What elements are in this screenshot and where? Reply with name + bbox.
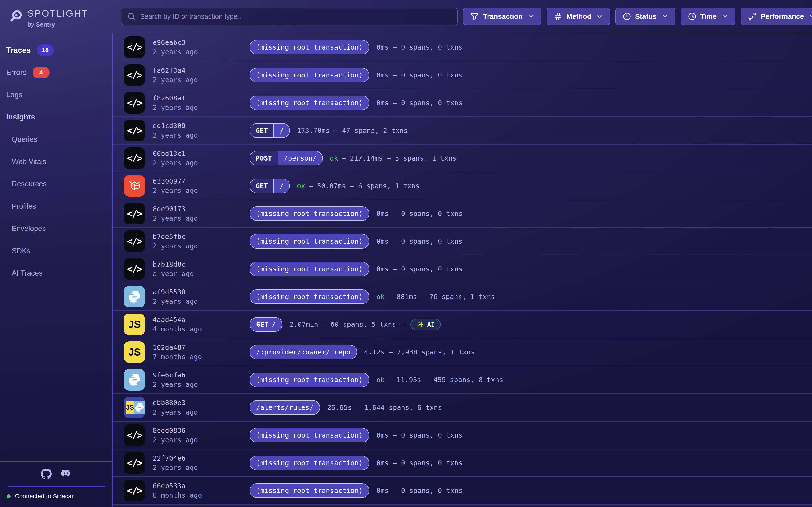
code-icon: </> [123,203,145,224]
sidebar-item-errors[interactable]: Errors 4 [0,61,112,83]
trace-stats: 0ms — 0 spans, 0 txns [376,99,463,107]
search-icon [127,12,136,21]
discord-icon[interactable] [61,469,71,478]
method-path-badge: POST/person/ [250,151,323,165]
route-badge: /alerts/rules/ [250,400,320,415]
trace-age: 2 years ago [153,159,250,167]
funnel-icon [470,12,479,21]
trace-row[interactable]: </>fa62f3a42 years ago(missing root tran… [113,61,812,89]
sidebar: SPOTLIGHT by Sentry Traces 18 Errors 4 L… [0,0,112,507]
time-filter-button[interactable]: Time [681,8,735,25]
method-filter-button[interactable]: Method [547,8,610,25]
trace-age: 7 months ago [153,353,250,361]
laravel-icon [123,175,145,197]
code-icon: </> [123,425,145,446]
route-icon [748,12,757,21]
trace-id: af9d5538 [153,288,250,296]
status-filter-button[interactable]: Status [615,8,675,25]
trace-row[interactable]: 9fe6cfa62 years ago(missing root transac… [113,366,812,393]
trace-stats: 0ms — 0 spans, 0 txns [376,459,463,467]
sidebar-footer: Connected to Sidecar [0,461,112,507]
sparkles-icon: ✨ [417,321,424,328]
missing-root-transaction-badge: (missing root transaction) [250,234,369,248]
trace-row[interactable]: af9d55382 years ago(missing root transac… [113,283,812,310]
trace-age: 2 years ago [153,297,250,305]
trace-row[interactable]: </>b7de5fbc2 years ago(missing root tran… [113,227,812,255]
trace-row[interactable]: </>8de901732 years ago(missing root tran… [113,200,812,227]
alert-circle-icon [622,12,631,21]
search-box [121,8,458,25]
trace-row[interactable]: </>b7b18d8ca year ago(missing root trans… [113,255,812,283]
trace-row[interactable]: </>8cdd08362 years ago(missing root tran… [113,421,812,449]
trace-id: 22f704e6 [153,454,250,462]
topbar: Transaction Method Status Time [112,0,812,33]
transaction-filter-button[interactable]: Transaction [463,8,541,25]
trace-age: 8 months ago [153,491,250,499]
trace-age: 2 years ago [153,381,250,388]
trace-stats: 2.07min — 60 spans, 5 txns —✨AI [290,319,441,330]
search-input[interactable] [140,13,452,20]
trace-row[interactable]: </>66db533a8 months ago(missing root tra… [113,476,812,504]
trace-row[interactable]: </>22f704e62 years ago(missing root tran… [113,449,812,476]
trace-row[interactable]: 633009772 years agoGET/ok— 50.07ms — 6 s… [113,172,812,200]
method-path-badge: GET/ [250,179,290,193]
trace-list: </>e96eabc32 years ago(missing root tran… [112,33,812,507]
trace-age: 2 years ago [153,186,250,194]
trace-age: 2 years ago [153,48,250,56]
sidebar-item-queries[interactable]: Queries [0,128,112,151]
performance-filter-button[interactable]: Performance [741,8,812,25]
sidebar-item-resources[interactable]: Resources [0,173,112,195]
sidebar-item-logs[interactable]: Logs [0,83,112,106]
trace-stats: 0ms — 0 spans, 0 txns [376,431,463,439]
status-ok: ok [376,293,385,301]
hash-icon [554,12,562,21]
trace-row[interactable]: JS4aad454a4 months agoGET/2.07min — 60 s… [113,310,812,338]
trace-id: e96eabc3 [153,39,250,47]
trace-row[interactable]: JSebb880e32 years ago/alerts/rules/26.65… [113,393,812,421]
trace-row[interactable]: </>e96eabc32 years ago(missing root tran… [113,33,812,61]
trace-stats: 0ms — 0 spans, 0 txns [376,487,463,495]
sidebar-item-envelopes[interactable]: Envelopes [0,217,112,240]
trace-age: 2 years ago [153,242,250,250]
traces-count-badge: 18 [37,44,54,56]
trace-id: 66db533a [153,482,250,490]
app-title: SPOTLIGHT [27,8,88,19]
python-icon [123,286,145,307]
trace-row[interactable]: </>f82608a12 years ago(missing root tran… [113,89,812,116]
trace-age: 2 years ago [153,408,250,416]
trace-age: a year ago [153,270,250,278]
route-badge: /:provider/:owner/:repo [250,345,357,359]
method-path-badge: GET/ [250,317,283,332]
js-icon: JS [123,314,145,335]
missing-root-transaction-badge: (missing root transaction) [250,40,369,54]
trace-id: 63300977 [153,177,250,185]
code-icon: </> [123,64,145,86]
trace-row[interactable]: JS102da4877 months ago/:provider/:owner/… [113,338,812,366]
sidebar-item-web-vitals[interactable]: Web Vitals [0,151,112,173]
sidebar-item-insights[interactable]: Insights [0,106,112,128]
trace-id: b7b18d8c [153,260,250,268]
trace-age: 2 years ago [153,214,250,222]
trace-stats: ok— 217.14ms — 3 spans, 1 txns [330,154,457,162]
sidebar-item-ai-traces[interactable]: AI Traces [0,262,112,284]
sidebar-item-sdks[interactable]: SDKs [0,240,112,262]
missing-root-transaction-badge: (missing root transaction) [250,456,369,470]
chevron-down-icon [596,13,603,20]
sidebar-item-profiles[interactable]: Profiles [0,195,112,217]
trace-stats: 0ms — 0 spans, 0 txns [376,71,463,79]
trace-id: 102da487 [153,343,250,351]
trace-stats: 26.65s — 1,644 spans, 6 txns [327,403,442,411]
code-icon: </> [123,36,145,58]
github-icon[interactable] [41,468,52,479]
missing-root-transaction-badge: (missing root transaction) [250,68,369,82]
trace-row[interactable]: </>00bd13c12 years agoPOST/person/ok— 21… [113,144,812,172]
trace-row[interactable]: </>ed1cd3092 years agoGET/173.70ms — 47 … [113,116,812,144]
js-icon: JS [123,341,145,363]
app-logo[interactable]: SPOTLIGHT by Sentry [0,0,112,35]
main-content: Transaction Method Status Time [112,0,812,507]
spotlight-app: SPOTLIGHT by Sentry Traces 18 Errors 4 L… [0,0,812,507]
status-ok: ok [330,154,338,162]
missing-root-transaction-badge: (missing root transaction) [250,289,369,304]
sidebar-item-traces[interactable]: Traces 18 [0,39,112,61]
trace-age: 2 years ago [153,104,250,111]
